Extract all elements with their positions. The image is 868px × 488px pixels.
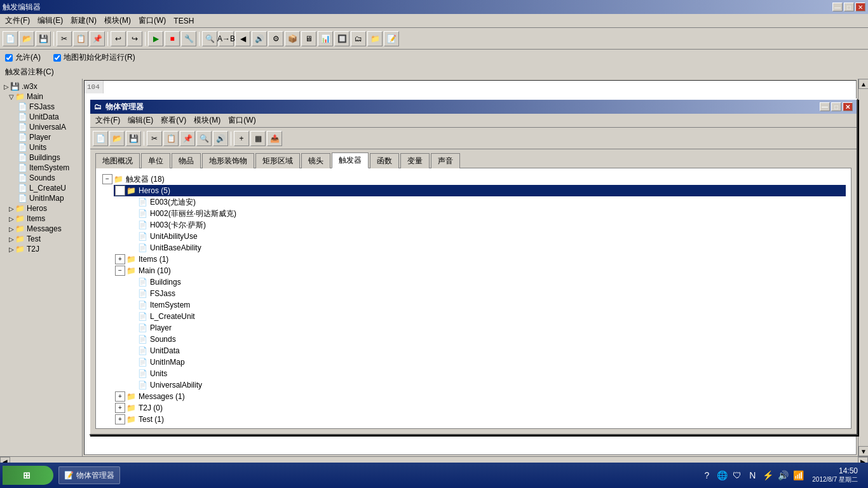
- left-tree-itemsystem[interactable]: 📄 ItemSystem: [0, 163, 82, 173]
- map-init-checkbox[interactable]: [53, 54, 61, 62]
- toolbar-replace[interactable]: A→B: [219, 31, 234, 46]
- toolbar-btn7[interactable]: 🔲: [334, 31, 349, 46]
- menu-edit[interactable]: 编辑(E): [34, 14, 67, 27]
- tab-items[interactable]: 物品: [172, 153, 201, 168]
- root-expand-btn[interactable]: −: [102, 174, 112, 184]
- dialog-toolbar-copy[interactable]: 📋: [163, 131, 179, 146]
- main-child-fsjass[interactable]: 📄 FSJass: [126, 288, 846, 299]
- heros-group-row[interactable]: − 📁 Heros (5): [114, 185, 846, 196]
- test-expand-btn[interactable]: +: [115, 414, 125, 424]
- minimize-button[interactable]: —: [832, 3, 843, 11]
- tray-network-icon[interactable]: 🌐: [715, 469, 728, 482]
- left-tree-player[interactable]: 📄 Player: [0, 132, 82, 142]
- toolbar-btn2[interactable]: 🔊: [252, 31, 267, 46]
- t2j-expand-btn[interactable]: +: [115, 403, 125, 413]
- dialog-minimize-button[interactable]: —: [820, 102, 830, 111]
- dialog-menu-file[interactable]: 文件(F): [92, 114, 124, 127]
- toolbar-save[interactable]: 💾: [36, 31, 51, 46]
- main-group-row[interactable]: − 📁 Main (10): [114, 265, 846, 276]
- close-button[interactable]: ✕: [855, 3, 865, 11]
- toolbar-stop[interactable]: ■: [165, 31, 180, 46]
- dialog-toolbar-add[interactable]: +: [234, 131, 249, 146]
- dialog-maximize-button[interactable]: □: [831, 102, 841, 111]
- toolbar-cut[interactable]: ✂: [57, 31, 72, 46]
- toolbar-btn3[interactable]: ⚙: [268, 31, 283, 46]
- left-tree-sounds[interactable]: 📄 Sounds: [0, 173, 82, 183]
- main-child-player[interactable]: 📄 Player: [126, 322, 846, 334]
- right-scrollbar[interactable]: ▲ ▼: [858, 79, 868, 456]
- tab-units[interactable]: 单位: [141, 153, 170, 168]
- menu-file[interactable]: 文件(F): [1, 14, 34, 27]
- toolbar-paste[interactable]: 📌: [90, 31, 105, 46]
- toolbar-undo[interactable]: ↩: [111, 31, 126, 46]
- dialog-toolbar-cut[interactable]: ✂: [147, 131, 162, 146]
- heros-child-unitbase[interactable]: 📄 UnitBaseAbility: [126, 242, 846, 254]
- dialog-menu-edit[interactable]: 编辑(E): [124, 114, 157, 127]
- dialog-toolbar-new[interactable]: 📄: [93, 131, 108, 146]
- main-child-sounds[interactable]: 📄 Sounds: [126, 334, 846, 345]
- menu-module[interactable]: 模块(M): [100, 14, 135, 27]
- toolbar-btn10[interactable]: 📝: [384, 31, 399, 46]
- items-group-row[interactable]: + 📁 Items (1): [114, 254, 846, 265]
- menu-window[interactable]: 窗口(W): [135, 14, 170, 27]
- test-group-row[interactable]: + 📁 Test (1): [114, 414, 846, 425]
- left-tree-root[interactable]: ▷ 💾 .w3x: [0, 81, 82, 92]
- start-button[interactable]: ⊞: [3, 466, 53, 485]
- allow-checkbox[interactable]: [5, 54, 13, 62]
- left-tree-buildings[interactable]: 📄 Buildings: [0, 152, 82, 163]
- messages-expand-btn[interactable]: +: [115, 391, 125, 402]
- left-tree-fsjass[interactable]: 📄 FSJass: [0, 102, 82, 112]
- menu-new[interactable]: 新建(N): [67, 14, 100, 27]
- heros-child-e003[interactable]: 📄 E003(尤迪安): [126, 196, 846, 208]
- main-child-itemsystem[interactable]: 📄 ItemSystem: [126, 299, 846, 311]
- toolbar-btn4[interactable]: 📦: [285, 31, 300, 46]
- tab-variables[interactable]: 变量: [400, 153, 430, 168]
- tray-antivirus-icon[interactable]: 🛡: [731, 469, 743, 482]
- tab-camera[interactable]: 镜头: [301, 153, 330, 168]
- toolbar-redo[interactable]: ↪: [127, 31, 142, 46]
- left-tree-t2j[interactable]: ▷ 📁 T2J: [0, 244, 82, 254]
- toolbar-new[interactable]: 📄: [3, 31, 18, 46]
- left-tree-lcreate[interactable]: 📄 L_CreateU: [0, 183, 82, 193]
- t2j-group-row[interactable]: + 📁 T2J (0): [114, 402, 846, 414]
- toolbar-btn1[interactable]: ◀: [235, 31, 250, 46]
- heros-child-h002[interactable]: 📄 H002(菲丽丝·明达斯威克): [126, 208, 846, 219]
- dialog-toolbar-export[interactable]: 📤: [267, 131, 282, 146]
- items-expand-btn[interactable]: +: [115, 254, 125, 264]
- heros-child-h003[interactable]: 📄 H003(卡尔·萨斯): [126, 219, 846, 231]
- tab-triggers[interactable]: 触发器: [332, 152, 369, 168]
- left-tree-unitdata[interactable]: 📄 UnitData: [0, 112, 82, 122]
- dialog-toolbar-paste[interactable]: 📌: [180, 131, 195, 146]
- tab-functions[interactable]: 函数: [370, 153, 399, 168]
- toolbar-search[interactable]: 🔍: [202, 31, 217, 46]
- tray-signal-icon[interactable]: 📶: [792, 469, 804, 482]
- tray-nod32-icon[interactable]: N: [746, 469, 759, 482]
- toolbar-btn5[interactable]: 🖥: [301, 31, 316, 46]
- tab-regions[interactable]: 矩形区域: [255, 153, 300, 168]
- dialog-menu-view[interactable]: 察看(V): [157, 114, 190, 127]
- main-child-lcreateunit[interactable]: 📄 L_CreateUnit: [126, 311, 846, 322]
- messages-group-row[interactable]: + 📁 Messages (1): [114, 391, 846, 402]
- trigger-root-row[interactable]: − 📁 触发器 (18): [101, 173, 846, 185]
- main-child-buildings[interactable]: 📄 Buildings: [126, 276, 846, 288]
- taskbar-trigger-editor[interactable]: 📝 物体管理器: [58, 466, 120, 484]
- dialog-menu-module[interactable]: 模块(M): [190, 114, 224, 127]
- main-child-unitinmap[interactable]: 📄 UnitInMap: [126, 356, 846, 368]
- tab-overview[interactable]: 地图概况: [95, 153, 140, 168]
- heros-child-unitability[interactable]: 📄 UnitAbilityUse: [126, 231, 846, 242]
- toolbar-btn8[interactable]: 🗂: [351, 31, 366, 46]
- dialog-toolbar-open[interactable]: 📂: [109, 131, 125, 146]
- left-tree-unitinmap[interactable]: 📄 UnitInMap: [0, 193, 82, 203]
- tab-sounds[interactable]: 声音: [431, 153, 460, 168]
- maximize-button[interactable]: □: [844, 3, 854, 11]
- toolbar-debug[interactable]: 🔧: [181, 31, 196, 46]
- main-expand-btn[interactable]: −: [115, 266, 125, 276]
- left-tree-units[interactable]: 📄 Units: [0, 142, 82, 152]
- dialog-menu-window[interactable]: 窗口(W): [224, 114, 259, 127]
- main-child-unitdata[interactable]: 📄 UnitData: [126, 345, 846, 356]
- left-tree-items[interactable]: ▷ 📁 Items: [0, 214, 82, 224]
- main-child-universalability[interactable]: 📄 UniversalAbility: [126, 379, 846, 391]
- toolbar-btn9[interactable]: 📁: [367, 31, 383, 46]
- dialog-close-button[interactable]: ✕: [843, 102, 853, 111]
- left-tree-test[interactable]: ▷ 📁 Test: [0, 234, 82, 244]
